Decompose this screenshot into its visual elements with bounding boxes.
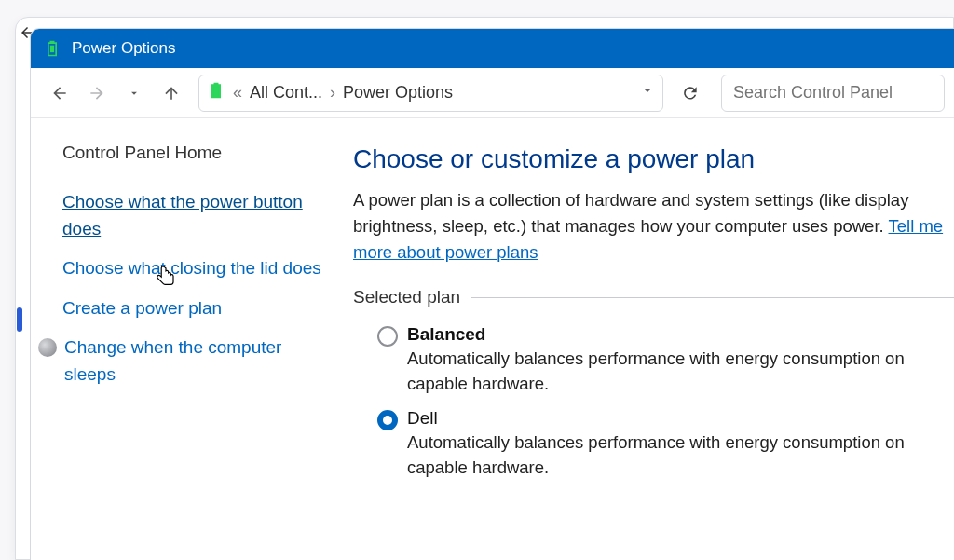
plan-desc: Automatically balances performance with … [407,347,954,397]
window-title: Power Options [72,39,176,58]
forward-button[interactable] [81,77,113,109]
chevron-down-icon[interactable] [640,83,655,102]
titlebar: Power Options [31,29,954,68]
power-options-window: Power Options « All Cont... › Power Opti… [30,28,954,560]
svg-rect-0 [50,46,54,53]
sidebar-item-power-button[interactable]: Choose what the power button does [62,189,323,242]
breadcrumb-parent[interactable]: All Cont... [250,83,322,102]
page-title: Choose or customize a power plan [353,144,954,174]
address-bar[interactable]: « All Cont... › Power Options [198,75,663,112]
page-description: A power plan is a collection of hardware… [353,187,954,265]
svg-rect-1 [214,88,219,95]
plan-name: Balanced [407,324,954,345]
sidebar-item-close-lid[interactable]: Choose what closing the lid does [62,255,323,282]
plan-name: Dell [407,408,954,429]
history-dropdown[interactable] [118,77,150,109]
chevron-left-icon: « [233,83,242,102]
back-button[interactable] [44,77,75,109]
radio-balanced[interactable] [377,326,398,347]
chevron-right-icon: › [330,83,335,102]
plan-dell[interactable]: Dell Automatically balances performance … [377,408,954,481]
sleep-icon [38,338,57,357]
plan-balanced[interactable]: Balanced Automatically balances performa… [377,324,954,397]
radio-dell[interactable] [377,410,398,430]
battery-icon [42,38,62,59]
search-input-wrap[interactable] [721,75,945,112]
sidebar-item-sleep[interactable]: Change when the computer sleeps [64,335,323,388]
main-content: Choose or customize a power plan A power… [346,118,954,560]
sidebar: Control Panel Home Choose what the power… [31,118,346,560]
search-input[interactable] [733,83,933,102]
breadcrumb-current[interactable]: Power Options [343,83,453,102]
accent-indicator [17,307,22,332]
sidebar-item-create-plan[interactable]: Create a power plan [62,295,323,322]
toolbar: « All Cont... › Power Options [31,68,954,118]
divider [471,297,954,298]
up-button[interactable] [156,77,187,109]
battery-icon [207,81,225,104]
section-label: Selected plan [353,287,460,307]
refresh-button[interactable] [675,77,706,109]
control-panel-home-link[interactable]: Control Panel Home [62,143,323,163]
plan-desc: Automatically balances performance with … [407,430,954,481]
